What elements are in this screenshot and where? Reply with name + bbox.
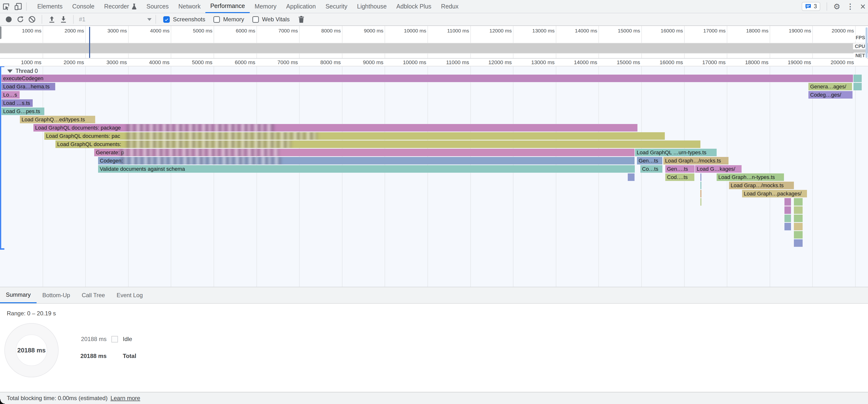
tab-security[interactable]: Security <box>321 0 352 13</box>
flame-event[interactable]: Load GraphQL documents: <box>56 141 701 148</box>
flame-event-label: Load G…pes.ts <box>1 107 44 115</box>
checkbox-row-screenshots[interactable]: Screenshots <box>163 16 205 23</box>
flame-gridline <box>214 66 214 287</box>
flame-gridline <box>470 66 471 287</box>
flame-event[interactable]: Validate documents against schema <box>98 165 635 173</box>
ruler-tick-label: 18000 ms <box>730 59 769 66</box>
flame-event[interactable]: Codeg…ges/ <box>808 91 852 99</box>
flame-event[interactable]: Load Graph…n-types.ts <box>717 174 784 181</box>
flame-event[interactable] <box>794 223 803 230</box>
ruler-tick-label: 3000 ms <box>88 28 127 34</box>
screenshots-checkbox[interactable] <box>163 16 170 23</box>
flame-event[interactable]: Genera…ages/ <box>808 83 852 90</box>
legend-label: Total <box>123 353 136 360</box>
flame-event[interactable] <box>794 206 803 214</box>
tab-lighthouse[interactable]: Lighthouse <box>352 0 392 13</box>
flame-event[interactable] <box>794 215 803 222</box>
flame-event[interactable]: Load G…pes.ts <box>1 107 44 115</box>
tab-summary[interactable]: Summary <box>0 287 37 303</box>
device-toolbar-button[interactable] <box>12 0 24 13</box>
flame-event[interactable]: Co…ts <box>640 165 662 173</box>
flame-event[interactable]: Load GraphQL documents: package <box>33 124 638 131</box>
flame-event[interactable]: Load G…kages/ <box>695 165 742 173</box>
tab-redux[interactable]: Redux <box>436 0 463 13</box>
tab-recorder[interactable]: Recorder <box>99 0 142 13</box>
history-dropdown[interactable]: #1 <box>79 16 152 23</box>
flame-chart[interactable]: Thread 0 executeCodegenLoad Gra…hema.tsG… <box>0 66 868 287</box>
ruler-tick-label: 6000 ms <box>217 59 255 66</box>
record-button[interactable] <box>3 13 14 25</box>
issues-badge[interactable]: 3 <box>802 2 820 11</box>
tab-memory[interactable]: Memory <box>250 0 281 13</box>
flame-event[interactable]: Load Gra…hema.ts <box>1 83 55 90</box>
inspect-element-button[interactable] <box>0 0 12 13</box>
tab-console[interactable]: Console <box>67 0 99 13</box>
flame-event[interactable] <box>854 74 862 82</box>
flame-event[interactable]: Codegen: <box>98 157 634 164</box>
reload-and-record-button[interactable] <box>14 13 26 25</box>
save-profile-button[interactable] <box>58 13 69 25</box>
flame-event[interactable] <box>701 190 702 197</box>
tab-event-log[interactable]: Event Log <box>111 287 149 303</box>
flame-event[interactable]: Gen…ts <box>637 157 662 164</box>
flame-event[interactable]: Cod….ts <box>665 174 694 181</box>
flame-event[interactable]: Load …s.ts <box>1 99 33 107</box>
flame-event[interactable]: Load Grap…/mocks.ts <box>729 182 794 189</box>
flame-event[interactable]: Load Graph…packages/ <box>742 190 807 197</box>
tab-application[interactable]: Application <box>281 0 321 13</box>
overview-right-handle[interactable] <box>866 27 868 58</box>
web-vitals-checkbox[interactable] <box>252 16 259 23</box>
clear-button[interactable] <box>26 13 38 25</box>
flame-event[interactable] <box>701 198 702 206</box>
flame-event[interactable] <box>794 198 803 206</box>
divider <box>827 2 827 11</box>
flame-event[interactable] <box>701 174 702 181</box>
ruler-tick-label: 11000 ms <box>430 59 469 66</box>
tab-label: Console <box>72 3 94 10</box>
flame-event[interactable] <box>794 239 803 247</box>
tab-sources[interactable]: Sources <box>142 0 174 13</box>
tab-call-tree[interactable]: Call Tree <box>76 287 111 303</box>
settings-gear-icon[interactable]: ⚙ <box>833 2 840 11</box>
flask-icon <box>131 3 137 10</box>
tab-label: Call Tree <box>82 292 105 299</box>
flame-event-label: Genera…ages/ <box>808 83 852 90</box>
ruler-tick-label: 11000 ms <box>430 28 469 34</box>
flame-event[interactable] <box>784 198 791 206</box>
playhead-marker[interactable] <box>89 27 90 58</box>
legend-row-idle: 20188 msIdle <box>73 336 132 342</box>
flame-event[interactable]: executeCodegen <box>1 74 853 82</box>
flame-event[interactable] <box>784 206 791 214</box>
close-icon[interactable]: × <box>860 3 866 10</box>
memory-checkbox[interactable] <box>213 16 220 23</box>
load-profile-button[interactable] <box>46 13 58 25</box>
tab-elements[interactable]: Elements <box>32 0 67 13</box>
flame-event[interactable] <box>628 174 634 181</box>
flame-event[interactable]: Load Graph…/mocks.ts <box>663 157 728 164</box>
flame-event[interactable]: Load GraphQ…ed/types.ts <box>20 116 95 123</box>
tab-bottom-up[interactable]: Bottom-Up <box>37 287 76 303</box>
flame-event[interactable]: Load GraphQL documents: pac <box>44 132 665 140</box>
timeline-overview[interactable]: 1000 ms2000 ms3000 ms4000 ms5000 ms6000 … <box>0 26 868 59</box>
garbage-collect-button[interactable] <box>296 13 307 25</box>
flame-event[interactable]: Generate: p <box>94 149 634 156</box>
tab-adblock-plus[interactable]: Adblock Plus <box>392 0 436 13</box>
flame-chart-ruler: 1000 ms2000 ms3000 ms4000 ms5000 ms6000 … <box>0 59 868 66</box>
ruler-tick-label: 16000 ms <box>644 59 683 66</box>
flame-event[interactable] <box>784 223 791 230</box>
flame-event[interactable] <box>784 215 791 222</box>
flame-event[interactable] <box>701 182 702 189</box>
flame-event[interactable] <box>854 83 862 90</box>
kebab-menu-icon[interactable]: ⋮ <box>845 2 856 11</box>
overview-left-handle[interactable] <box>0 26 1 39</box>
tab-performance[interactable]: Performance <box>206 0 250 13</box>
thread-header[interactable]: Thread 0 <box>7 68 38 74</box>
flame-event[interactable]: Gen….ts <box>665 165 694 173</box>
checkbox-row-memory[interactable]: Memory <box>213 16 244 23</box>
tab-network[interactable]: Network <box>174 0 206 13</box>
flame-event[interactable]: Load GraphQL …urn-types.ts <box>635 149 717 156</box>
flame-event[interactable] <box>794 231 803 239</box>
divider <box>155 15 156 24</box>
learn-more-link[interactable]: Learn more <box>111 395 140 402</box>
checkbox-row-web-vitals[interactable]: Web Vitals <box>252 16 290 23</box>
